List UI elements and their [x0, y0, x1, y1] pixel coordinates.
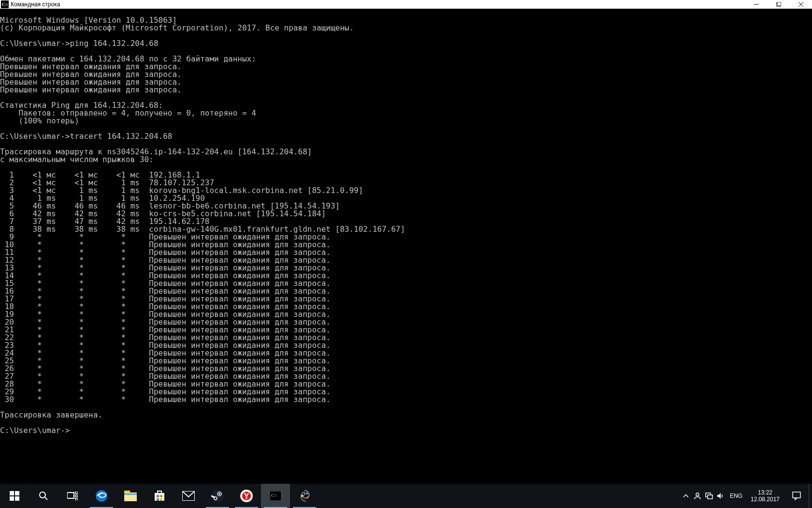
window-controls: [745, 0, 812, 9]
svg-rect-2: [777, 2, 781, 6]
svg-rect-21: [160, 495, 162, 497]
svg-rect-6: [15, 491, 19, 495]
svg-point-34: [306, 493, 308, 494]
svg-point-36: [696, 493, 699, 496]
file-explorer-icon[interactable]: [116, 484, 145, 508]
svg-point-9: [40, 492, 45, 498]
svg-point-27: [218, 493, 220, 495]
steam-icon[interactable]: [203, 484, 232, 508]
svg-rect-38: [708, 495, 712, 499]
tray-date: 12.08.2017: [751, 496, 780, 503]
system-tray: ENG 13:22 12.08.2017: [680, 484, 812, 508]
taskbar[interactable]: C:\ ENG 13:22 12.08.2017: [0, 484, 812, 508]
svg-rect-8: [15, 496, 19, 501]
paint-icon[interactable]: [290, 484, 319, 508]
tray-network-icon[interactable]: [703, 484, 715, 508]
tray-time: 13:22: [758, 489, 772, 496]
minimize-button[interactable]: [745, 0, 768, 9]
svg-rect-18: [124, 493, 137, 495]
edge-icon[interactable]: [87, 484, 116, 508]
svg-rect-39: [793, 492, 800, 498]
svg-point-35: [306, 496, 308, 498]
start-button[interactable]: [0, 484, 29, 508]
show-desktop-button[interactable]: [809, 484, 812, 508]
tray-clock[interactable]: 13:22 12.08.2017: [746, 484, 784, 508]
svg-point-33: [301, 495, 303, 497]
yandex-browser-icon[interactable]: [232, 484, 261, 508]
svg-rect-17: [124, 491, 130, 493]
svg-rect-20: [157, 495, 159, 497]
svg-rect-13: [75, 495, 78, 497]
svg-text:C:\: C:\: [271, 493, 277, 498]
svg-point-25: [211, 490, 224, 502]
svg-rect-23: [160, 498, 162, 501]
svg-rect-12: [75, 492, 78, 493]
task-view-icon[interactable]: [58, 484, 87, 508]
svg-rect-11: [67, 493, 74, 498]
titlebar[interactable]: C:\ Командная строка: [0, 0, 812, 9]
search-icon[interactable]: [29, 484, 58, 508]
svg-rect-5: [10, 491, 14, 495]
mail-icon[interactable]: [174, 484, 203, 508]
svg-rect-14: [75, 498, 78, 500]
window-title: Командная строка: [11, 1, 60, 8]
terminal-output[interactable]: Microsoft Windows [Version 10.0.15063] (…: [0, 16, 812, 488]
cmd-icon: C:\: [1, 0, 9, 8]
svg-line-10: [45, 497, 47, 500]
store-icon[interactable]: [145, 484, 174, 508]
cmd-taskbar-icon[interactable]: C:\: [261, 484, 290, 508]
svg-rect-22: [157, 498, 159, 501]
maximize-button[interactable]: [768, 0, 790, 9]
svg-rect-19: [155, 493, 164, 501]
svg-rect-7: [10, 496, 14, 501]
tray-volume-icon[interactable]: [715, 484, 726, 508]
tray-people-icon[interactable]: [692, 484, 703, 508]
tray-notifications-icon[interactable]: [784, 484, 809, 508]
cmd-window: C:\ Командная строка Microsoft Windows […: [0, 0, 812, 496]
close-button[interactable]: [790, 0, 812, 9]
tray-language[interactable]: ENG: [726, 484, 746, 508]
tray-chevron-up-icon[interactable]: [680, 484, 692, 508]
